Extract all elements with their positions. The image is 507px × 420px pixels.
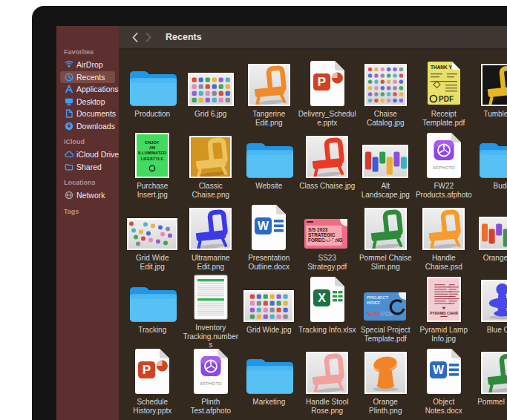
desktop-icon	[64, 97, 73, 106]
file-item-handle-chaise-psd[interactable]: Handle Chaise.psd	[415, 203, 474, 275]
file-item-fw22-products-afphoto[interactable]: AFPHOTOFW22 Products.afphoto	[415, 131, 474, 203]
file-label: Pommel Chaise Slim.png	[356, 254, 414, 271]
file-label: Website	[255, 182, 282, 191]
svg-text:PDF: PDF	[325, 237, 337, 243]
file-item-tangerine-edit-png[interactable]: Tangerine Edit.png	[240, 59, 298, 131]
file-item-receipt-template-pdf[interactable]: THANK YPDFReceipt Template.pdf	[415, 59, 474, 131]
file-item-chaise-catalog-jpg[interactable]: Chaise Catalog.jpg	[356, 59, 415, 131]
sidebar: FavoritesAirDropRecentsApplicationsDeskt…	[56, 26, 119, 420]
file-item-handle-stool-rose-png[interactable]: Handle Stool Rose.png	[298, 347, 357, 419]
sidebar-sections: FavoritesAirDropRecentsApplicationsDeskt…	[56, 48, 119, 218]
file-item-plinth-test-afphoto[interactable]: AFPHOTOPlinth Test.afphoto	[182, 347, 241, 419]
file-item-schedule-history-pptx[interactable]: PSchedule History.pptx	[123, 347, 182, 419]
image-thumbnail	[479, 203, 507, 250]
sidebar-item-airdrop[interactable]: AirDrop	[60, 59, 115, 71]
pptx-icon: P	[133, 347, 171, 394]
file-item-special-project-template-pdf[interactable]: PROJECTBRIEFNo.03PDFSpecial Project Temp…	[356, 275, 415, 347]
receipt-pdf-icon: THANK YPDF	[426, 59, 462, 106]
sidebar-item-icloud-drive[interactable]: iCloud Drive	[60, 148, 115, 161]
file-item-pommel-deep[interactable]: Pommel Deep.	[473, 347, 507, 419]
svg-text:PROJECT: PROJECT	[367, 295, 388, 300]
file-item-production[interactable]: Production	[123, 59, 182, 131]
file-item-alt-landscape-jpg[interactable]: Alt Landscape.jpg	[356, 131, 415, 203]
sidebar-item-label: Desktop	[76, 97, 105, 106]
image-thumbnail	[364, 203, 407, 250]
file-item-ultramarine-edit-png[interactable]: Ultramarine Edit.png	[182, 203, 241, 275]
folder-icon	[477, 131, 507, 178]
pptx-icon: P	[308, 59, 347, 106]
svg-text:ILLUMINATED: ILLUMINATED	[138, 151, 166, 155]
file-label: Blue Cha	[487, 326, 507, 335]
blue-card-icon: PROJECTBRIEFNo.03PDF	[363, 275, 408, 322]
file-item-purchase-insert-jpg[interactable]: ENJOYANILLUMINATEDLIFESTYLEPurchase Inse…	[123, 131, 182, 203]
file-item-tracking-info-xlsx[interactable]: XTracking Info.xlsx	[298, 275, 357, 347]
sidebar-item-downloads[interactable]: Downloads	[60, 120, 115, 133]
svg-text:S/S 2023: S/S 2023	[308, 227, 328, 232]
svg-text:AFPHOTO: AFPHOTO	[200, 381, 222, 386]
main-pane: Recents ProductionGrid 6.jpgTangerine Ed…	[119, 26, 507, 420]
file-label: Tangerine Edit.png	[240, 110, 298, 127]
svg-text:AFPHOTO: AFPHOTO	[433, 165, 455, 170]
sidebar-item-recents[interactable]: Recents	[60, 71, 115, 84]
chevron-right-icon	[145, 33, 151, 42]
file-item-presentation-outline-docx[interactable]: WPresentation Outline.docx	[240, 203, 298, 275]
back-button[interactable]	[128, 30, 142, 45]
file-item-pyramid-lamp-info-jpg[interactable]: PYRAMID CHAIRPyramid Lamp Info.jpg	[415, 275, 474, 347]
afphoto-icon: AFPHOTO	[425, 131, 463, 178]
file-item-tracking[interactable]: Tracking	[123, 275, 182, 347]
file-item-budg[interactable]: Budg	[473, 131, 507, 203]
file-item-object-notes-docx[interactable]: WObject Notes.docx	[415, 347, 474, 419]
file-grid: ProductionGrid 6.jpgTangerine Edit.pngPD…	[119, 49, 507, 419]
svg-text:P: P	[318, 75, 326, 89]
file-label: Presentation Outline.docx	[240, 254, 298, 271]
file-label: Schedule History.pptx	[123, 398, 181, 415]
svg-text:AN: AN	[149, 145, 155, 150]
sidebar-item-network[interactable]: Network	[60, 189, 115, 202]
file-item-pommel-chaise-slim-png[interactable]: Pommel Chaise Slim.png	[356, 203, 415, 275]
sidebar-item-label: Shared	[76, 163, 102, 171]
downloads-icon	[64, 122, 73, 131]
file-item-classic-chaise-png[interactable]: Classic Chaise.png	[182, 131, 241, 203]
file-item-orange-plinth-png[interactable]: Orange Plinth.png	[356, 347, 415, 419]
svg-text:W: W	[258, 220, 269, 232]
file-item-inventory-tracking-numbers[interactable]: Inventory Tracking.numbers	[182, 275, 241, 347]
file-label: Inventory Tracking.numbers	[182, 324, 240, 350]
pink-card-icon: S/S 2023STRATEGICFORECASTINGPDF	[304, 203, 351, 250]
window-title: Recents	[166, 32, 202, 42]
file-label: Object Notes.docx	[415, 398, 473, 415]
file-item-orange-hig[interactable]: Orange Hig	[473, 203, 507, 275]
image-thumbnail	[306, 347, 348, 394]
sidebar-item-applications[interactable]: Applications	[60, 83, 115, 96]
sidebar-item-label: AirDrop	[76, 60, 103, 69]
sidebar-item-label: Downloads	[76, 122, 115, 131]
file-item-website[interactable]: Website	[240, 131, 298, 203]
svg-text:W: W	[433, 364, 445, 376]
image-thumbnail	[364, 347, 407, 394]
sidebar-item-shared[interactable]: Shared	[60, 161, 115, 174]
file-item-grid-wide-jpg[interactable]: Grid Wide.jpg	[240, 275, 298, 347]
pink-doc-icon: PYRAMID CHAIR	[427, 275, 461, 322]
forward-button[interactable]	[142, 30, 155, 45]
folder-icon	[244, 131, 293, 178]
recents-icon	[64, 73, 73, 82]
file-item-delivery-schedule-pptx[interactable]: PDelivery_Schedule.pptx	[298, 59, 357, 131]
file-label: Pommel Deep.	[477, 398, 507, 407]
file-label: Orange Plinth.png	[356, 398, 414, 415]
folder-icon	[128, 59, 177, 106]
file-item-class-chaise-jpg[interactable]: Class Chaise.jpg	[298, 131, 357, 203]
file-item-tumble-mo[interactable]: Tumble Mo	[473, 59, 507, 131]
svg-text:THANK Y: THANK Y	[431, 65, 452, 70]
file-item-marketing[interactable]: Marketing	[240, 347, 298, 419]
sidebar-item-desktop[interactable]: Desktop	[60, 96, 115, 108]
file-item-grid-6-jpg[interactable]: Grid 6.jpg	[182, 59, 241, 131]
folder-icon	[128, 275, 177, 322]
file-item-grid-wide-edit-jpg[interactable]: Grid Wide Edit.jpg	[123, 203, 182, 275]
file-item-ss23-strategy-pdf[interactable]: S/S 2023STRATEGICFORECASTINGPDFSS23 Stra…	[298, 203, 357, 275]
svg-text:PDF: PDF	[439, 95, 454, 103]
svg-text:PYRAMID CHAIR: PYRAMID CHAIR	[430, 312, 458, 315]
file-label: Tracking Info.xlsx	[298, 326, 356, 335]
file-item-blue-cha[interactable]: Blue Cha	[473, 275, 507, 347]
sidebar-item-documents[interactable]: Documents	[60, 108, 115, 120]
file-label: Special Project Template.pdf	[356, 326, 414, 343]
chevron-left-icon	[132, 33, 138, 42]
